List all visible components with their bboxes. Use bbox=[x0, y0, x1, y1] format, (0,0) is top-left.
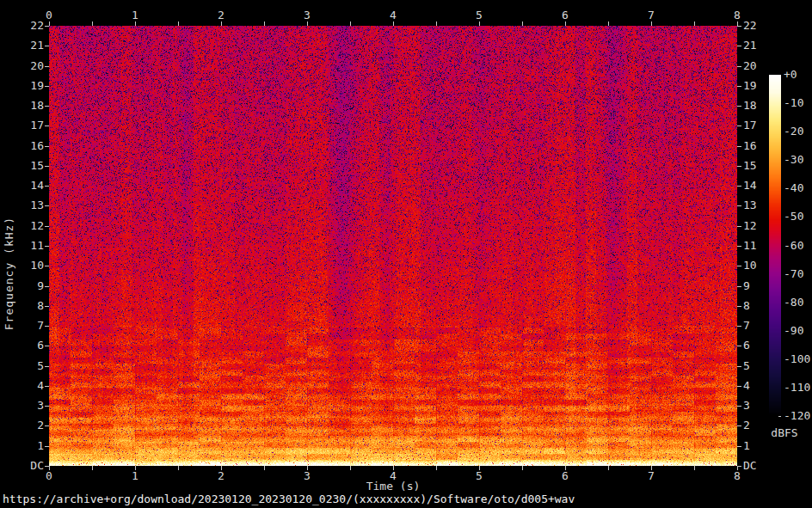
x-tick-mark-top bbox=[694, 21, 695, 26]
y-tick-mark-left bbox=[45, 46, 49, 46]
y-tick-mark-right bbox=[737, 205, 741, 206]
y-tick-mark-left bbox=[45, 86, 49, 87]
y-tick-label-right: 7 bbox=[743, 319, 772, 332]
x-tick-mark-top bbox=[221, 21, 222, 26]
y-tick-mark-right bbox=[737, 425, 741, 426]
y-tick-label-left: 1 bbox=[17, 439, 44, 452]
y-tick-label-right: 13 bbox=[743, 199, 772, 211]
y-tick-mark-right bbox=[737, 86, 741, 87]
y-tick-mark-left bbox=[45, 226, 49, 227]
x-tick-mark-top bbox=[608, 21, 609, 26]
y-tick-label-right: DC bbox=[743, 459, 772, 472]
x-tick-label-top: 5 bbox=[469, 9, 489, 21]
colorbar-tick-mark bbox=[778, 416, 781, 417]
y-tick-mark-right bbox=[737, 246, 741, 247]
y-tick-mark-left bbox=[45, 125, 49, 126]
x-tick-label-top: 1 bbox=[125, 9, 145, 21]
x-tick-mark-top bbox=[393, 21, 394, 26]
x-tick-label-bottom: 5 bbox=[469, 469, 489, 482]
y-tick-mark-left bbox=[45, 166, 49, 167]
y-tick-label-left: 6 bbox=[17, 339, 44, 352]
y-tick-mark-left bbox=[45, 106, 49, 107]
y-tick-label-right: 9 bbox=[743, 279, 772, 292]
y-tick-label-left: DC bbox=[17, 459, 44, 472]
y-tick-mark-left bbox=[45, 466, 49, 467]
y-tick-mark-left bbox=[45, 346, 49, 346]
y-tick-label-right: 12 bbox=[743, 219, 772, 232]
x-tick-mark-top bbox=[479, 21, 480, 26]
x-tick-label-bottom: 3 bbox=[297, 469, 317, 482]
y-tick-mark-left bbox=[45, 186, 49, 187]
y-tick-label-right: 19 bbox=[743, 79, 772, 92]
x-tick-mark-bottom bbox=[522, 466, 523, 470]
y-tick-label-left: 2 bbox=[17, 419, 44, 431]
y-tick-label-left: 14 bbox=[17, 179, 44, 192]
x-tick-mark-bottom bbox=[694, 466, 695, 470]
colorbar-gradient bbox=[769, 75, 781, 416]
source-url-text: https://archive+org/download/20230120_20… bbox=[3, 493, 575, 505]
y-tick-label-right: 5 bbox=[743, 359, 772, 372]
y-tick-mark-right bbox=[737, 46, 741, 46]
y-tick-label-left: 13 bbox=[17, 199, 44, 211]
x-axis-title: Time (s) bbox=[350, 480, 436, 493]
colorbar-tick-label: -110 bbox=[784, 381, 812, 394]
x-tick-label-top: 6 bbox=[555, 9, 575, 21]
y-tick-label-left: 19 bbox=[17, 79, 44, 92]
y-tick-label-left: 20 bbox=[17, 59, 44, 72]
x-tick-mark-top bbox=[565, 21, 566, 26]
y-tick-mark-right bbox=[737, 466, 741, 467]
y-tick-mark-left bbox=[45, 446, 49, 447]
colorbar-tick-label: -10 bbox=[784, 96, 812, 109]
y-tick-mark-left bbox=[45, 66, 49, 67]
colorbar-unit-label: dBFS bbox=[767, 426, 802, 439]
x-tick-mark-bottom bbox=[92, 466, 93, 470]
y-tick-mark-left bbox=[45, 266, 49, 266]
y-tick-label-left: 5 bbox=[17, 359, 44, 372]
x-tick-label-bottom: 1 bbox=[125, 469, 145, 482]
x-tick-mark-top bbox=[522, 21, 523, 26]
y-tick-mark-left bbox=[45, 386, 49, 387]
y-tick-label-right: 6 bbox=[743, 339, 772, 352]
x-tick-mark-top bbox=[92, 21, 93, 26]
y-tick-mark-left bbox=[45, 366, 49, 367]
y-tick-mark-right bbox=[737, 146, 741, 147]
y-tick-label-left: 4 bbox=[17, 379, 44, 392]
y-tick-label-left: 11 bbox=[17, 239, 44, 252]
y-tick-label-left: 16 bbox=[17, 139, 44, 152]
y-tick-label-left: 12 bbox=[17, 219, 44, 232]
y-tick-label-left: 9 bbox=[17, 279, 44, 292]
y-tick-mark-right bbox=[737, 106, 741, 107]
x-tick-label-top: 3 bbox=[297, 9, 317, 21]
y-tick-label-left: 7 bbox=[17, 319, 44, 332]
y-tick-mark-right bbox=[737, 366, 741, 367]
x-tick-label-top: 2 bbox=[211, 9, 231, 21]
y-tick-label-left: 8 bbox=[17, 299, 44, 312]
spectrogram-canvas bbox=[49, 26, 737, 466]
colorbar-tick-label: -30 bbox=[784, 153, 812, 166]
y-tick-label-right: 22 bbox=[743, 19, 772, 32]
y-tick-label-right: 1 bbox=[743, 439, 772, 452]
y-tick-label-left: 18 bbox=[17, 99, 44, 112]
y-tick-label-right: 8 bbox=[743, 299, 772, 312]
y-tick-mark-left bbox=[45, 406, 49, 407]
y-tick-mark-right bbox=[737, 286, 741, 287]
colorbar-tick-label: -50 bbox=[784, 210, 812, 223]
y-tick-mark-left bbox=[45, 246, 49, 247]
x-tick-mark-bottom bbox=[264, 466, 265, 470]
y-tick-label-right: 16 bbox=[743, 139, 772, 152]
y-tick-mark-left bbox=[45, 146, 49, 147]
y-tick-label-left: 15 bbox=[17, 159, 44, 172]
x-tick-mark-top bbox=[178, 21, 179, 26]
y-tick-label-left: 21 bbox=[17, 39, 44, 52]
y-tick-mark-left bbox=[45, 205, 49, 206]
colorbar-tick-label: -60 bbox=[784, 239, 812, 252]
x-tick-label-bottom: 2 bbox=[211, 469, 231, 482]
x-tick-mark-bottom bbox=[350, 466, 351, 470]
y-tick-mark-left bbox=[45, 306, 49, 307]
y-tick-mark-right bbox=[737, 326, 741, 327]
x-tick-mark-top bbox=[436, 21, 437, 26]
y-tick-label-right: 15 bbox=[743, 159, 772, 172]
y-tick-label-left: 3 bbox=[17, 399, 44, 412]
x-tick-mark-top bbox=[651, 21, 652, 26]
y-tick-label-right: 11 bbox=[743, 239, 772, 252]
